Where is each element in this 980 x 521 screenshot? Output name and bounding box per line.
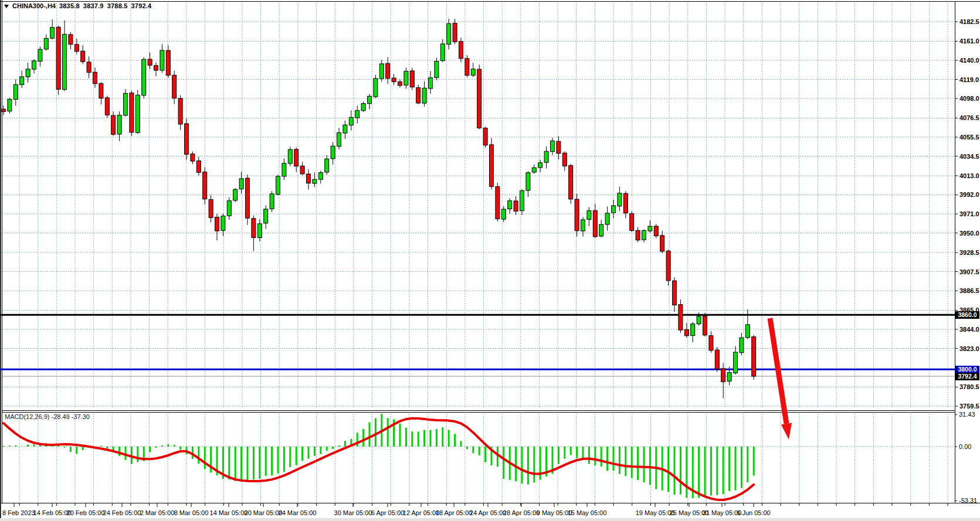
ohlc-open: 3835.8 [59,2,80,9]
chart-window: 4182.54161.04140.04119.04098.04076.54055… [0,0,980,521]
ohlc-close: 3792.4 [131,2,152,9]
macd-signal-value: -37.30 [72,413,90,420]
svg-text:3886.5: 3886.5 [959,287,979,294]
svg-text:4119.0: 4119.0 [959,76,979,83]
svg-text:9 May 05:00: 9 May 05:00 [537,509,572,516]
svg-text:4098.0: 4098.0 [959,95,979,102]
svg-text:8 Feb 2023: 8 Feb 2023 [2,509,35,516]
svg-text:4076.5: 4076.5 [959,114,979,121]
svg-text:24 Apr 05:00: 24 Apr 05:00 [470,509,506,516]
ohlc-low: 3788.5 [107,2,128,9]
svg-text:15 May 05:00: 15 May 05:00 [568,509,607,516]
svg-text:3823.0: 3823.0 [959,345,979,352]
svg-text:6 Jun 05:00: 6 Jun 05:00 [737,509,771,516]
svg-text:19 May 05:00: 19 May 05:00 [636,509,675,516]
svg-text:20 Mar 05:00: 20 Mar 05:00 [245,509,283,516]
svg-text:4013.0: 4013.0 [959,172,979,179]
svg-text:3971.0: 3971.0 [959,210,979,217]
symbol-dropdown-icon[interactable] [4,5,9,8]
svg-text:31 May 05:00: 31 May 05:00 [703,509,742,516]
candles-layer [2,19,756,399]
price-axis[interactable]: 4182.54161.04140.04119.04098.04076.54055… [955,18,979,410]
svg-text:2 Mar 05:00: 2 Mar 05:00 [140,509,175,516]
svg-text:18 Apr 05:00: 18 Apr 05:00 [436,509,472,516]
svg-text:4140.0: 4140.0 [959,57,979,64]
svg-text:31.43: 31.43 [959,411,975,418]
macd-value: -28.49 [51,413,69,420]
svg-text:3780.5: 3780.5 [959,383,979,390]
svg-text:4182.5: 4182.5 [959,18,979,25]
macd-indicator-label: MACD(12,26,9) -28.49 -37.30 [5,413,90,420]
svg-text:3928.5: 3928.5 [959,249,979,256]
price-badge-resistance: 3860.0 [955,311,979,319]
svg-text:4055.5: 4055.5 [959,134,979,141]
svg-text:4034.5: 4034.5 [959,153,979,160]
svg-text:24 Feb 05:00: 24 Feb 05:00 [103,509,141,516]
price-badge-last: 3792.4 [955,373,979,380]
macd-histogram [4,414,754,498]
chart-canvas[interactable]: 4182.54161.04140.04119.04098.04076.54055… [0,0,980,521]
svg-text:3759.5: 3759.5 [959,403,979,410]
time-axis[interactable]: 8 Feb 202314 Feb 05:0020 Feb 05:0024 Feb… [2,503,948,516]
svg-text:-53.31: -53.31 [959,497,977,504]
svg-text:20 Feb 05:00: 20 Feb 05:00 [67,509,105,516]
svg-text:3992.0: 3992.0 [959,191,979,198]
macd-axis[interactable]: 31.430.00-53.31 [955,411,977,504]
panel-frame [0,0,980,521]
svg-text:8 Mar 05:00: 8 Mar 05:00 [174,509,209,516]
chart-symbol-period: CHINA300-,H4 [12,2,56,9]
svg-text:14 Feb 05:00: 14 Feb 05:00 [33,509,72,516]
svg-text:3844.0: 3844.0 [959,326,979,333]
svg-text:30 Mar 05:00: 30 Mar 05:00 [334,509,372,516]
macd-signal-line [4,418,754,500]
svg-text:14 Mar 05:00: 14 Mar 05:00 [210,509,248,516]
svg-text:28 Apr 05:00: 28 Apr 05:00 [503,509,540,516]
svg-text:0.00: 0.00 [959,443,971,450]
chart-title: CHINA300-,H4 3835.8 3837.9 3788.5 3792.4 [4,2,151,9]
svg-text:3907.5: 3907.5 [959,268,979,275]
svg-text:12 Apr 05:00: 12 Apr 05:00 [403,509,439,516]
svg-text:3950.0: 3950.0 [959,230,979,237]
ohlc-high: 3837.9 [83,2,104,9]
svg-text:4161.0: 4161.0 [959,38,979,45]
svg-text:24 Mar 05:00: 24 Mar 05:00 [279,509,317,516]
macd-name: MACD(12,26,9) [5,413,49,420]
svg-text:6 Apr 05:00: 6 Apr 05:00 [371,509,404,516]
